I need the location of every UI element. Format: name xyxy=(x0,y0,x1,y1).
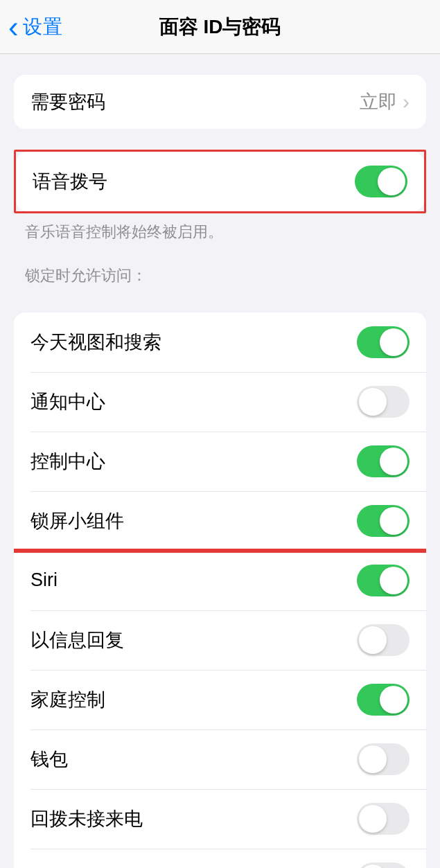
lock-access-toggle[interactable] xyxy=(357,386,410,418)
lock-access-toggle[interactable] xyxy=(357,565,410,596)
lock-access-row: USB配件 xyxy=(30,849,426,868)
lock-access-row: 回拨未接来电 xyxy=(30,789,426,849)
lock-access-item-label: Siri xyxy=(30,569,58,591)
lock-access-row: 控制中心 xyxy=(30,432,426,491)
toggle-knob xyxy=(378,168,405,195)
lock-access-item-label: 通知中心 xyxy=(30,389,105,414)
lock-access-toggle[interactable] xyxy=(357,684,410,716)
toggle-knob xyxy=(380,567,407,594)
lock-access-toggle[interactable] xyxy=(357,505,410,537)
toggle-knob xyxy=(380,328,407,356)
lock-access-toggle[interactable] xyxy=(357,743,410,775)
voice-dial-footer: 音乐语音控制将始终被启用。 xyxy=(0,213,440,246)
back-button[interactable]: ‹ 设置 xyxy=(0,12,63,42)
toggle-knob xyxy=(359,865,387,868)
toggle-knob xyxy=(359,805,387,833)
lock-access-item-label: 锁屏小组件 xyxy=(30,508,124,533)
toggle-knob xyxy=(380,686,407,714)
lock-access-toggle[interactable] xyxy=(357,445,410,477)
lock-access-item-label: 回拨未接来电 xyxy=(30,806,143,831)
lock-access-toggle[interactable] xyxy=(357,803,410,835)
lock-access-toggle[interactable] xyxy=(357,326,410,358)
lock-access-item-label: 今天视图和搜索 xyxy=(30,330,161,355)
lock-access-item-label: 控制中心 xyxy=(30,449,105,474)
require-passcode-row[interactable]: 需要密码 立即 › xyxy=(14,75,426,129)
toggle-knob xyxy=(359,626,387,654)
toggle-knob xyxy=(380,507,407,535)
lock-access-header: 锁定时允许访问： xyxy=(0,246,440,292)
require-passcode-value: 立即 xyxy=(360,89,397,114)
lock-access-group: 今天视图和搜索通知中心控制中心锁屏小组件Siri以信息回复家庭控制钱包回拨未接来… xyxy=(14,312,426,868)
voice-dial-row: 语音拨号 xyxy=(16,152,424,211)
toggle-knob xyxy=(380,448,407,475)
nav-bar: ‹ 设置 面容 ID与密码 xyxy=(0,0,440,54)
lock-access-item-label: 钱包 xyxy=(30,747,68,772)
require-passcode-label: 需要密码 xyxy=(30,89,105,114)
page-title: 面容 ID与密码 xyxy=(159,14,281,40)
highlight-voice-dial: 语音拨号 xyxy=(14,150,426,213)
voice-dial-label: 语音拨号 xyxy=(33,169,107,194)
lock-access-toggle[interactable] xyxy=(357,862,410,868)
row-right: 立即 › xyxy=(360,89,410,114)
lock-access-row: 通知中心 xyxy=(30,372,426,432)
lock-access-row: 钱包 xyxy=(30,729,426,789)
lock-access-row: 今天视图和搜索 xyxy=(14,312,426,372)
back-label: 设置 xyxy=(23,14,63,40)
chevron-right-icon: › xyxy=(403,90,410,114)
lock-access-row: 锁屏小组件 xyxy=(30,491,426,551)
lock-access-row: Siri xyxy=(30,551,426,610)
voice-dial-toggle[interactable] xyxy=(355,166,407,197)
lock-access-row: 家庭控制 xyxy=(30,670,426,729)
require-passcode-group: 需要密码 立即 › xyxy=(14,75,426,129)
lock-access-item-label: 以信息回复 xyxy=(30,628,124,653)
lock-access-item-label: 家庭控制 xyxy=(30,687,105,712)
lock-access-row: 以信息回复 xyxy=(30,610,426,670)
lock-access-toggle[interactable] xyxy=(357,624,410,656)
chevron-left-icon: ‹ xyxy=(8,12,19,42)
toggle-knob xyxy=(359,388,387,416)
toggle-knob xyxy=(359,745,387,773)
